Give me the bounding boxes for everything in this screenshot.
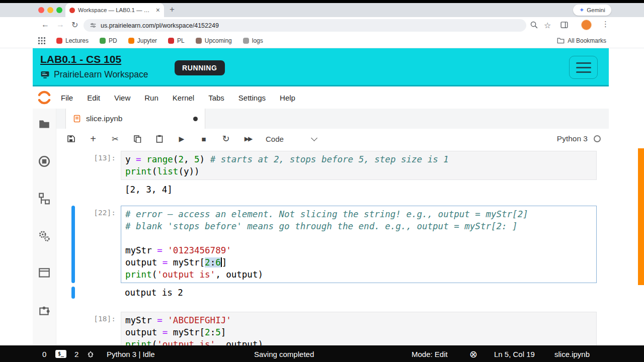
bookmark-upcoming[interactable]: Upcoming [196,37,232,44]
terminal-icon[interactable]: $_ [55,350,66,358]
bookmark-logs[interactable]: logs [243,37,263,44]
menu-run[interactable]: Run [144,94,158,102]
menu-kernel[interactable]: Kernel [173,94,194,102]
chevron-down-icon[interactable] [311,135,317,141]
kernel-name[interactable]: Python 3 [557,134,588,143]
restart-kernel-icon[interactable]: ↻ [221,133,230,144]
cell-input-collapser[interactable] [71,206,75,283]
notebook-cell[interactable]: [18]:myStr = 'ABCDEFGHIJ'output = myStr[… [56,312,609,345]
desktop-orange-strip [638,148,644,285]
bookmark-pd[interactable]: PD [100,37,117,44]
left-sidebar [33,109,56,345]
copy-cells-icon[interactable] [133,135,142,143]
cell-editor[interactable]: y = range(2, 5) # starts at 2, stops bef… [121,151,597,180]
kernel-area: Python 3 [557,129,601,149]
statusbar-filename[interactable]: slice.ipynb [554,349,590,358]
notebook-cell[interactable]: [13]:y = range(2, 5) # starts at 2, stop… [56,151,609,180]
chrome-menu-icon[interactable]: ⋮ [602,20,609,29]
side-panel-icon[interactable] [560,21,569,29]
git-branch-icon[interactable] [38,192,51,205]
course-link[interactable]: LAB0.1 - CS 105 [40,53,121,65]
menu-file[interactable]: File [61,94,73,102]
bookmarks-bar: LecturesPDJupyterPLUpcominglogs All Book… [0,33,644,48]
file-browser-icon[interactable] [38,118,51,131]
profile-avatar[interactable] [581,20,592,30]
notebook-tab[interactable]: slice.ipynb [65,109,205,129]
extensions-puzzle-icon[interactable] [38,304,51,317]
cell-editor[interactable]: # error – access an element. Not slicing… [121,206,597,283]
bookmark-jupyter[interactable]: Jupyter [128,37,157,44]
bookmark-items: LecturesPDJupyterPLUpcominglogs [45,37,263,44]
zoom-icon[interactable] [530,21,538,29]
restart-run-all-icon[interactable]: ▶▶ [244,135,253,142]
circle-x-icon[interactable]: ⊗ [469,349,477,358]
hamburger-bar [576,67,591,68]
notebook-cells: [13]:y = range(2, 5) # starts at 2, stop… [56,149,609,345]
back-icon[interactable]: ← [41,20,49,29]
cell-editor[interactable]: myStr = 'ABCDEFGHIJ'output = myStr[2:5]p… [121,312,597,345]
terminal-count[interactable]: 2 [74,349,78,358]
tune-icon[interactable] [90,22,97,29]
cell-output: [2, 3, 4] [56,184,609,196]
window-minimize-button[interactable] [47,7,53,13]
cell-output-collapser[interactable] [71,287,75,299]
menu-edit[interactable]: Edit [87,94,100,102]
reload-icon[interactable]: ↻ [71,20,78,30]
bookmark-lectures[interactable]: Lectures [56,37,89,44]
bookmark-favicon [243,38,249,44]
save-status-text: Saving completed [254,349,314,358]
kernel-idle-icon[interactable] [594,135,601,142]
address-bar[interactable]: us.prairielearn.com/pl/workspace/4152249 [84,19,526,32]
cut-cells-icon[interactable]: ✂ [111,134,120,144]
menu-tabs[interactable]: Tabs [208,94,224,102]
bookmark-label: PL [177,37,185,44]
bookmark-favicon [196,38,202,44]
browser-tab[interactable]: Workspace — LAB0.1 — CS 1 × [65,3,164,17]
bookmark-label: Jupyter [137,37,157,44]
unsaved-changes-dot[interactable] [193,117,198,121]
tab-close-icon[interactable]: × [156,6,160,14]
paste-cells-icon[interactable] [155,135,164,143]
window-zoom-button[interactable] [56,7,62,13]
bookmark-label: logs [252,37,263,44]
bookmark-pl[interactable]: PL [168,37,185,44]
bookmark-label: PD [109,37,117,44]
folder-outline-icon [557,37,565,44]
bookmark-favicon [100,38,106,44]
new-tab-button[interactable]: + [170,5,175,15]
add-cell-icon[interactable]: + [89,135,98,142]
notebook-toolbar: + ✂ ▶ ■ ↻ ▶▶ Code Python 3 [56,129,609,149]
mode-indicator[interactable]: Mode: Edit [412,349,448,358]
hamburger-menu-button[interactable] [569,56,598,79]
browser-tab-title: Workspace — LAB0.1 — CS 1 [78,7,153,13]
cell-type-dropdown[interactable]: Code [266,135,284,143]
menu-view[interactable]: View [114,94,130,102]
jupyterlab-statusbar: 0 $_ 2 Python 3 | Idle Saving completed … [0,345,644,362]
all-bookmarks-label: All Bookmarks [568,37,606,44]
forward-icon[interactable]: → [56,20,64,29]
debugger-bug-icon[interactable] [87,350,95,358]
screen: Workspace — LAB0.1 — CS 1 × + ✦ Gemini ←… [0,0,644,362]
bookmark-star-icon[interactable]: ☆ [544,21,551,30]
status-badge: RUNNING [175,60,225,75]
cursor-position[interactable]: Ln 5, Col 19 [494,349,535,358]
menu-help[interactable]: Help [280,94,295,102]
notebook-cell[interactable]: [22]:# error – access an element. Not sl… [56,206,609,283]
jupyterlab-shell: FileEditViewRunKernelTabsSettingsHelp [33,86,609,345]
save-icon[interactable] [66,135,75,143]
notifications-count[interactable]: 0 [42,349,46,358]
open-tabs-icon[interactable] [38,266,51,280]
workspace-monitor-icon [40,71,50,79]
bookmark-favicon [168,38,174,44]
gears-icon[interactable] [38,229,51,242]
gemini-button[interactable]: ✦ Gemini [573,5,611,16]
apps-grid-icon[interactable] [38,37,45,44]
all-bookmarks-button[interactable]: All Bookmarks [557,37,606,44]
running-sessions-icon[interactable] [38,155,51,168]
run-cell-icon[interactable]: ▶ [177,135,186,143]
window-close-button[interactable] [38,7,44,13]
menu-settings[interactable]: Settings [238,94,266,102]
interrupt-kernel-icon[interactable]: ■ [199,135,208,143]
execution-count: [22]: [56,206,121,283]
kernel-status-text[interactable]: Python 3 | Idle [107,349,155,358]
